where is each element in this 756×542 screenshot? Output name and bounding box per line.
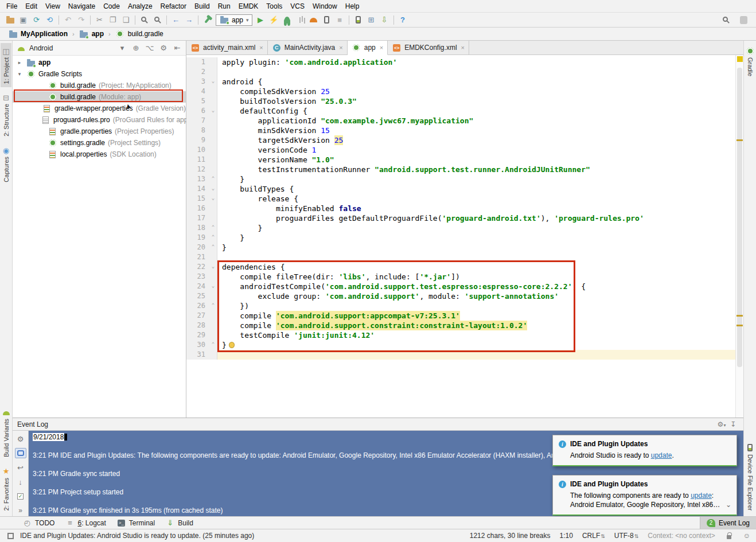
tool-window-switcher-icon[interactable] [6, 531, 15, 540]
apply-changes-button[interactable]: ⚡ [267, 14, 280, 26]
fold-marker-icon[interactable]: ⌃ [209, 174, 217, 184]
redo-button[interactable]: ↷ [75, 14, 88, 26]
code-line-20[interactable]: 20⌃} [186, 243, 735, 252]
tree-item-gradle-scripts[interactable]: ▾Gradle Scripts [13, 68, 186, 80]
code-line-21[interactable]: 21 [186, 252, 735, 262]
code-line-19[interactable]: 19⌃ } [186, 233, 735, 243]
copy-button[interactable]: ❐ [106, 14, 119, 26]
stripe-gradle[interactable]: Gradle [745, 43, 755, 80]
synchronize-button[interactable]: ⟳ [30, 14, 43, 26]
attach-debugger-button[interactable] [320, 14, 333, 26]
login-avatar-button[interactable] [737, 14, 750, 26]
code-line-28[interactable]: 28 compile 'com.android.support.constrai… [186, 321, 735, 330]
code-line-22[interactable]: 22⌄dependencies { [186, 262, 735, 272]
soft-wrap-icon[interactable]: ↩ [15, 462, 26, 473]
tab-mainactivity-java[interactable]: CMainActivity.java× [268, 41, 348, 54]
update-link[interactable]: update [691, 492, 712, 500]
fold-marker-icon[interactable]: ⌃ [209, 243, 217, 252]
menu-file[interactable]: File [2, 1, 21, 12]
tree-item-settings-gradle[interactable]: settings.gradle (Project Settings) [13, 137, 186, 149]
fold-marker-icon[interactable]: ⌄ [209, 184, 217, 194]
stripe-2-structure[interactable]: ⊟2: Structure [1, 89, 11, 140]
caret-position[interactable]: 1:10 [560, 532, 573, 540]
tab-activity-main-xml[interactable]: <>activity_main.xml× [186, 41, 268, 54]
code-line-25[interactable]: 25 exclude group: 'com.android.support',… [186, 291, 735, 301]
view-chevron-icon[interactable]: ▾ [117, 44, 127, 53]
warning-stripe-mark[interactable] [736, 315, 743, 317]
undo-button[interactable]: ↶ [61, 14, 75, 26]
collapse-all-icon[interactable]: ⌥ [145, 44, 155, 53]
run-configuration-selector[interactable]: app▾ [216, 14, 252, 26]
hector-icon[interactable]: ☺ [743, 532, 750, 540]
code-editor[interactable]: 1apply plugin: 'com.android.application'… [186, 55, 743, 418]
debug-button[interactable] [280, 14, 294, 26]
inspections-indicator-icon[interactable] [737, 56, 743, 62]
menu-edit[interactable]: Edit [21, 1, 41, 12]
stripe-build-variants[interactable]: Build Variants [1, 404, 11, 461]
tree-item-app[interactable]: ▸app [13, 57, 186, 68]
avd-manager-button[interactable] [352, 14, 365, 26]
fold-marker-icon[interactable]: ⌃ [209, 233, 217, 243]
run-button[interactable]: ▶ [254, 14, 267, 26]
stripe-device-file-explorer[interactable]: Device File Explorer [745, 440, 755, 514]
event-log-content[interactable]: 9/21/20183:21 PM IDE and Plugin Updates:… [29, 431, 743, 516]
code-line-14[interactable]: 14⌄ buildTypes { [186, 184, 735, 194]
tab-close-icon[interactable]: × [259, 44, 263, 51]
tree-item-local-properties[interactable]: local.properties (SDK Location) [13, 149, 186, 160]
menu-analyze[interactable]: Analyze [124, 1, 157, 12]
open-button[interactable] [3, 14, 17, 26]
stripe-1-project[interactable]: ◫1: Project [1, 43, 11, 87]
breadcrumb-item-myapplication[interactable]: MyApplication [6, 29, 70, 38]
menu-code[interactable]: Code [99, 1, 124, 12]
stripe-captures[interactable]: ◉Captures [1, 142, 11, 186]
fold-marker-icon[interactable]: ⌄ [209, 77, 217, 87]
more-icon[interactable]: » [15, 505, 26, 516]
tab-close-icon[interactable]: × [339, 44, 342, 51]
code-line-8[interactable]: 8 minSdkVersion 15 [186, 126, 735, 135]
code-line-9[interactable]: 9 targetSdkVersion 25 [186, 135, 735, 145]
editor-scrollbar[interactable] [737, 68, 742, 367]
menu-tools[interactable]: Tools [262, 1, 286, 12]
paste-button[interactable]: ❑ [119, 14, 133, 26]
status-message[interactable]: IDE and Plugin Updates: Android Studio i… [20, 532, 254, 540]
code-line-1[interactable]: 1apply plugin: 'com.android.application' [186, 57, 735, 67]
menu-refactor[interactable]: Refactor [157, 1, 190, 12]
fold-marker-icon[interactable]: ⌄ [209, 106, 217, 116]
fold-marker-icon[interactable]: ⌄ [209, 194, 217, 204]
code-line-30[interactable]: 30⌃} [186, 340, 735, 350]
tab-app[interactable]: app× [348, 41, 388, 55]
menu-build[interactable]: Build [190, 1, 214, 12]
tree-item-build-gradle[interactable]: build.gradle (Project: MyApplication) [13, 80, 186, 91]
code-line-4[interactable]: 4 compileSdkVersion 25 [186, 87, 735, 96]
toolwindow-button-terminal[interactable]: >_Terminal [111, 517, 160, 529]
tree-expand-icon[interactable]: ▾ [16, 71, 23, 77]
tab-close-icon[interactable]: × [380, 44, 383, 51]
notification-balloon[interactable]: iIDE and Plugin UpdatesThe following com… [552, 475, 737, 516]
encoding-selector[interactable]: UTF-8⇅ [614, 532, 639, 540]
save-all-button[interactable]: ▣ [17, 14, 30, 26]
code-line-13[interactable]: 13⌃ } [186, 174, 735, 184]
menu-view[interactable]: View [41, 1, 64, 12]
code-line-15[interactable]: 15⌄ release { [186, 194, 735, 204]
make-project-button[interactable] [201, 14, 214, 26]
context-indicator[interactable]: Context: <no context> [648, 532, 715, 540]
fold-marker-icon[interactable]: ⌃ [209, 223, 217, 233]
code-line-7[interactable]: 7 applicationId "com.example.jvwc67.myap… [186, 116, 735, 126]
back-button[interactable]: ← [169, 14, 182, 26]
tree-item-gradle-properties[interactable]: gradle.properties (Project Properties) [13, 126, 186, 137]
line-ending-selector[interactable]: CRLF⇅ [582, 532, 605, 540]
project-view-selector[interactable]: Android [29, 44, 53, 52]
toolwindow-button-6-logcat[interactable]: ≡6: Logcat [60, 517, 111, 529]
tab-emdkconfig-xml[interactable]: <>EMDKConfig.xml× [388, 41, 469, 54]
profile-button[interactable] [307, 14, 320, 26]
fold-marker-icon[interactable]: ⌄ [209, 282, 217, 291]
settings-icon[interactable]: ⚙ [158, 44, 169, 53]
tree-item-build-gradle[interactable]: build.gradle (Module: app) [13, 91, 186, 103]
toolwindow-button-event-log[interactable]: 2Event Log [700, 517, 756, 529]
update-link[interactable]: update [651, 451, 672, 459]
menu-window[interactable]: Window [309, 1, 341, 12]
code-line-2[interactable]: 2 [186, 67, 735, 77]
profiler-disabled-button[interactable] [294, 14, 307, 26]
search-everywhere-button[interactable] [719, 14, 732, 26]
menu-emdk[interactable]: EMDK [235, 1, 263, 12]
